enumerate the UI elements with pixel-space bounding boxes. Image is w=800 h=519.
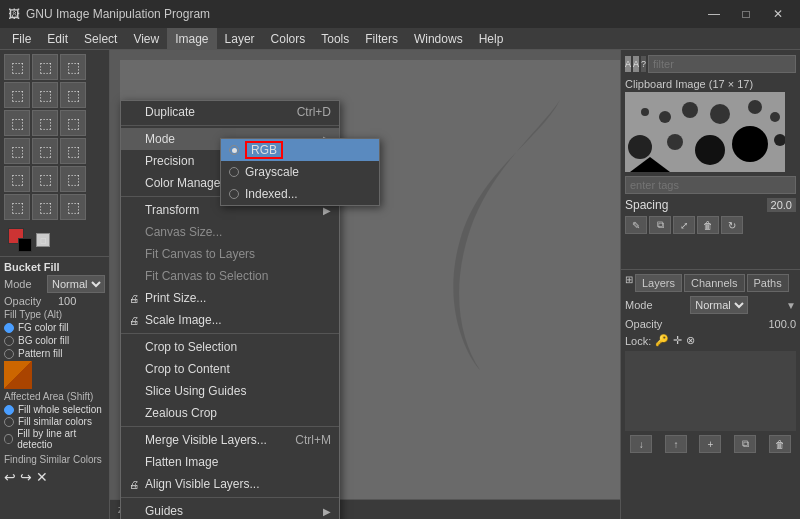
- fill-similar-radio[interactable]: [4, 417, 14, 427]
- menu-flatten[interactable]: Flatten Image: [121, 451, 339, 473]
- mode-indexed[interactable]: Indexed...: [221, 183, 379, 205]
- bg-radio[interactable]: [4, 336, 14, 346]
- fill-similar-option[interactable]: Fill similar colors: [4, 416, 105, 427]
- tool-btn-3[interactable]: ⬚: [60, 54, 86, 80]
- brush-copy-btn[interactable]: ⧉: [649, 216, 671, 234]
- menu-item-image[interactable]: Image: [167, 28, 216, 50]
- guides-label: Guides: [145, 504, 183, 518]
- layer-copy-btn[interactable]: ⧉: [734, 435, 756, 453]
- fill-by-line-option[interactable]: Fill by line art detectio: [4, 428, 105, 450]
- tab-paths[interactable]: Paths: [747, 274, 789, 292]
- separator-1: [121, 125, 339, 126]
- info-icon[interactable]: ?: [641, 56, 646, 72]
- lock-pixels-icon[interactable]: 🔑: [655, 334, 669, 347]
- tool-btn-1[interactable]: ⬚: [4, 54, 30, 80]
- tool-btn-10[interactable]: ⬚: [4, 138, 30, 164]
- tool-btn-11[interactable]: ⬚: [32, 138, 58, 164]
- close-button[interactable]: ✕: [764, 4, 792, 24]
- svg-point-9: [695, 135, 725, 165]
- fg-color-option[interactable]: FG color fill: [4, 322, 105, 333]
- background-swatch[interactable]: [18, 238, 32, 252]
- brush-refresh-btn[interactable]: ↻: [721, 216, 743, 234]
- layer-mode-select[interactable]: Normal: [690, 296, 748, 314]
- menu-duplicate[interactable]: Duplicate Ctrl+D: [121, 101, 339, 123]
- tool-btn-14[interactable]: ⬚: [32, 166, 58, 192]
- menu-item-file[interactable]: File: [4, 28, 39, 50]
- menu-zealous-crop[interactable]: Zealous Crop: [121, 402, 339, 424]
- redo-icon[interactable]: ↪: [20, 469, 32, 485]
- grayscale-radio: [229, 167, 239, 177]
- menu-item-layer[interactable]: Layer: [217, 28, 263, 50]
- tags-input[interactable]: [625, 176, 796, 194]
- other-tool-icon[interactable]: ◻: [36, 233, 50, 247]
- brush-filter-input[interactable]: [648, 55, 796, 73]
- menu-item-colors[interactable]: Colors: [263, 28, 314, 50]
- menu-slice-guides[interactable]: Slice Using Guides: [121, 380, 339, 402]
- layer-up-btn[interactable]: ↑: [665, 435, 687, 453]
- svg-point-2: [659, 111, 671, 123]
- lock-alpha-icon[interactable]: ⊗: [686, 334, 695, 347]
- canvas-size-label: Canvas Size...: [145, 225, 222, 239]
- menu-item-tools[interactable]: Tools: [313, 28, 357, 50]
- tool-btn-16[interactable]: ⬚: [4, 194, 30, 220]
- tool-btn-5[interactable]: ⬚: [32, 82, 58, 108]
- menu-item-help[interactable]: Help: [471, 28, 512, 50]
- tool-btn-8[interactable]: ⬚: [32, 110, 58, 136]
- mode-grayscale[interactable]: Grayscale: [221, 161, 379, 183]
- pattern-option[interactable]: Pattern fill: [4, 348, 105, 359]
- mode-select[interactable]: Normal: [47, 275, 105, 293]
- brush-trash-btn[interactable]: 🗑: [697, 216, 719, 234]
- brush-action-row: ✎ ⧉ ⤢ 🗑 ↻: [625, 216, 796, 234]
- undo-icon[interactable]: ↩: [4, 469, 16, 485]
- layer-delete-btn[interactable]: 🗑: [769, 435, 791, 453]
- clear-icon[interactable]: ✕: [36, 469, 48, 485]
- fill-whole-radio[interactable]: [4, 405, 14, 415]
- menu-crop-selection[interactable]: Crop to Selection: [121, 336, 339, 358]
- menu-item-filters[interactable]: Filters: [357, 28, 406, 50]
- brush-edit-btn[interactable]: ✎: [625, 216, 647, 234]
- scale-image-icon: 🖨: [127, 315, 141, 326]
- brush-move-btn[interactable]: ⤢: [673, 216, 695, 234]
- menu-item-view[interactable]: View: [125, 28, 167, 50]
- menu-scale-image[interactable]: 🖨 Scale Image...: [121, 309, 339, 331]
- fill-whole-option[interactable]: Fill whole selection: [4, 404, 105, 415]
- maximize-button[interactable]: □: [732, 4, 760, 24]
- tab-channels[interactable]: Channels: [684, 274, 744, 292]
- tool-btn-18[interactable]: ⬚: [60, 194, 86, 220]
- tool-btn-4[interactable]: ⬚: [4, 82, 30, 108]
- menu-item-select[interactable]: Select: [76, 28, 125, 50]
- tool-btn-2[interactable]: ⬚: [32, 54, 58, 80]
- tool-btn-6[interactable]: ⬚: [60, 82, 86, 108]
- menu-align-visible[interactable]: 🖨 Align Visible Layers...: [121, 473, 339, 495]
- slice-guides-label: Slice Using Guides: [145, 384, 246, 398]
- print-size-label: Print Size...: [145, 291, 206, 305]
- menu-crop-content[interactable]: Crop to Content: [121, 358, 339, 380]
- pattern-radio[interactable]: [4, 349, 14, 359]
- tool-btn-15[interactable]: ⬚: [60, 166, 86, 192]
- fill-by-line-radio[interactable]: [4, 434, 13, 444]
- opacity-label: Opacity: [4, 295, 54, 307]
- layer-opacity-value: 100.0: [768, 318, 796, 330]
- layer-down-btn[interactable]: ↓: [630, 435, 652, 453]
- menu-guides[interactable]: Guides ▶: [121, 500, 339, 519]
- mode-rgb[interactable]: RGB: [221, 139, 379, 161]
- menu-print-size[interactable]: 🖨 Print Size...: [121, 287, 339, 309]
- layer-new-btn[interactable]: +: [699, 435, 721, 453]
- fg-radio[interactable]: [4, 323, 14, 333]
- bg-label: BG color fill: [18, 335, 69, 346]
- color-swatch-area[interactable]: [8, 228, 32, 252]
- minimize-button[interactable]: —: [700, 4, 728, 24]
- lock-move-icon[interactable]: ✛: [673, 334, 682, 347]
- tool-btn-13[interactable]: ⬚: [4, 166, 30, 192]
- tool-btn-12[interactable]: ⬚: [60, 138, 86, 164]
- menu-fit-canvas-selection: Fit Canvas to Selection: [121, 265, 339, 287]
- duplicate-label: Duplicate: [145, 105, 195, 119]
- tool-btn-9[interactable]: ⬚: [60, 110, 86, 136]
- tab-layers[interactable]: Layers: [635, 274, 682, 292]
- tool-btn-7[interactable]: ⬚: [4, 110, 30, 136]
- menu-item-windows[interactable]: Windows: [406, 28, 471, 50]
- menu-item-edit[interactable]: Edit: [39, 28, 76, 50]
- menu-merge-visible[interactable]: Merge Visible Layers... Ctrl+M: [121, 429, 339, 451]
- bg-color-option[interactable]: BG color fill: [4, 335, 105, 346]
- tool-btn-17[interactable]: ⬚: [32, 194, 58, 220]
